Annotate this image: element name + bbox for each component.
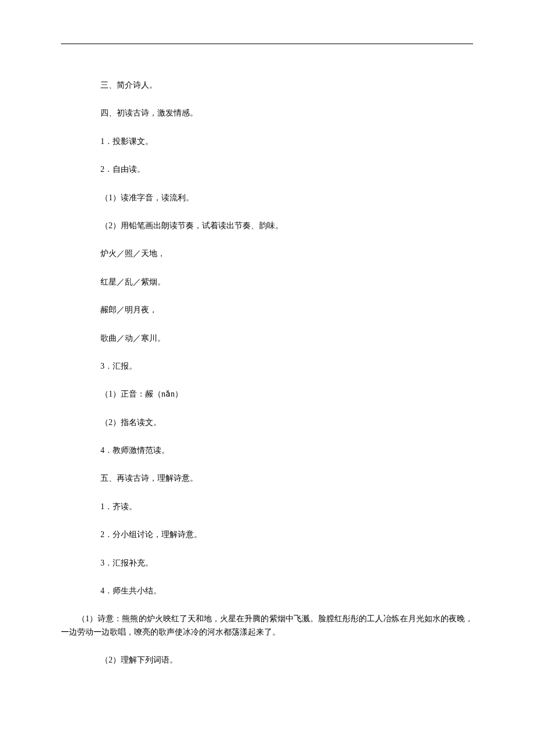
subitem-correct-sound: （1）正音：赧（nǎn） [61,388,473,401]
subitem-pronounce: （1）读准字音，读流利。 [61,192,473,204]
heading-section-3: 三、简介诗人。 [61,79,473,92]
poem-line-3: 赧郎／明月夜， [61,304,473,316]
item-free-read: 2．自由读。 [61,163,473,176]
subitem-name-read: （2）指名读文。 [61,416,473,429]
poem-line-1: 炉火／照／天地， [61,247,473,260]
item-projector: 1．投影课文。 [61,135,473,148]
item-teacher-read: 4．教师激情范读。 [61,444,473,457]
heading-section-5: 五、再读古诗，理解诗意。 [61,472,473,485]
item-group-discuss: 2．分小组讨论，理解诗意。 [61,528,473,541]
item-chorus-read: 1．齐读。 [61,501,473,513]
item-report: 3．汇报。 [61,360,473,373]
item-report-supplement: 3．汇报补充。 [61,557,473,570]
subitem-rhythm: （2）用铅笔画出朗读节奏，试着读出节奏、韵味。 [61,219,473,232]
heading-section-4: 四、初读古诗，激发情感。 [61,107,473,120]
item-summary: 4．师生共小结。 [61,585,473,597]
poem-line-2: 红星／乱／紫烟。 [61,276,473,289]
poem-line-4: 歌曲／动／寒川。 [61,332,473,345]
top-divider [61,44,473,44]
vocabulary-understanding: （2）理解下列词语。 [61,654,473,667]
document-page: 三、简介诗人。 四、初读古诗，激发情感。 1．投影课文。 2．自由读。 （1）读… [0,0,534,756]
poem-meaning: （1）诗意：熊熊的炉火映红了天和地，火星在升腾的紫烟中飞溅。脸膛红彤彤的工人冶炼… [61,613,473,639]
